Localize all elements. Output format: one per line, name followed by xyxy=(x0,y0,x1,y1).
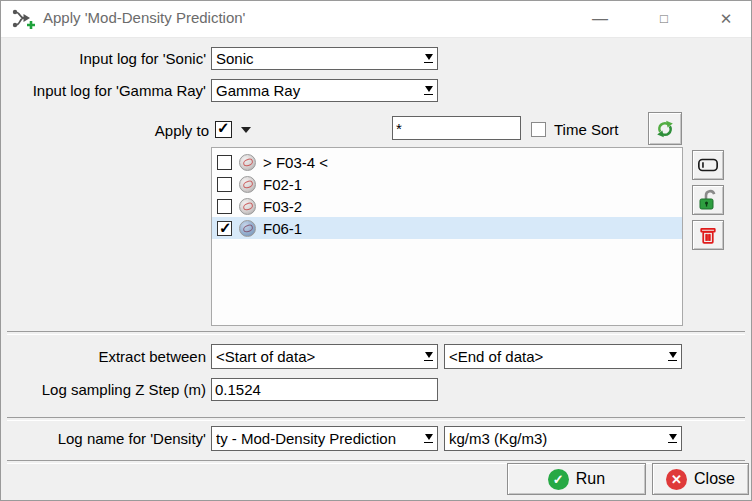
density-unit-value: kg/m3 (Kg/m3) xyxy=(449,430,664,447)
extract-between-label: Extract between xyxy=(1,348,206,365)
well-icon xyxy=(239,220,256,237)
apply-process-icon xyxy=(11,8,37,30)
well-icon xyxy=(239,198,256,215)
run-button[interactable]: ✓ Run xyxy=(507,463,646,495)
sonic-log-value: Sonic xyxy=(216,50,420,67)
open-padlock-icon xyxy=(697,188,719,212)
well-checkbox[interactable] xyxy=(217,221,232,236)
chevron-down-icon[interactable] xyxy=(664,345,681,368)
close-x-icon: ✕ xyxy=(666,469,687,490)
chevron-down-icon[interactable] xyxy=(420,80,437,101)
rename-field-icon xyxy=(697,156,719,174)
minimize-button[interactable]: — xyxy=(577,1,623,36)
lock-button[interactable] xyxy=(692,185,724,215)
refresh-icon xyxy=(653,117,677,141)
gamma-log-combobox[interactable]: Gamma Ray xyxy=(211,79,438,102)
run-check-icon: ✓ xyxy=(548,469,569,490)
chevron-down-icon[interactable] xyxy=(664,427,681,450)
chevron-down-icon[interactable] xyxy=(420,427,437,450)
apply-to-label: Apply to xyxy=(1,122,209,139)
well-icon xyxy=(239,154,256,171)
close-button-label: Close xyxy=(694,470,735,488)
refresh-wells-button[interactable] xyxy=(648,112,682,145)
title-bar: Apply 'Mod-Density Prediction' — □ ✕ xyxy=(1,1,751,38)
extract-start-value: <Start of data> xyxy=(216,348,420,365)
list-item[interactable]: > F03-4 < xyxy=(212,151,682,173)
well-checkbox[interactable] xyxy=(217,155,232,170)
close-button[interactable]: ✕ Close xyxy=(652,463,749,495)
density-unit-combobox[interactable]: kg/m3 (Kg/m3) xyxy=(444,426,682,451)
sonic-input-label: Input log for 'Sonic' xyxy=(1,50,206,67)
zstep-label: Log sampling Z Step (m) xyxy=(1,381,206,398)
list-item[interactable]: F02-1 xyxy=(212,173,682,195)
well-icon xyxy=(239,176,256,193)
density-log-name-value: ty - Mod-Density Prediction xyxy=(216,430,420,447)
gamma-log-value: Gamma Ray xyxy=(216,82,420,99)
extract-end-value: <End of data> xyxy=(449,348,664,365)
apply-to-options-arrow-icon[interactable] xyxy=(241,127,251,133)
minimize-icon: — xyxy=(592,10,608,28)
maximize-icon: □ xyxy=(660,11,668,26)
well-name: > F03-4 < xyxy=(263,154,328,171)
list-item[interactable]: F06-1 xyxy=(212,217,682,239)
close-icon: ✕ xyxy=(720,10,733,28)
well-listbox[interactable]: > F03-4 < F02-1 F03-2 F06-1 xyxy=(211,147,683,326)
chevron-down-icon[interactable] xyxy=(420,345,437,368)
well-checkbox[interactable] xyxy=(217,199,232,214)
well-name: F06-1 xyxy=(263,220,302,237)
apply-mod-density-dialog: Apply 'Mod-Density Prediction' — □ ✕ Inp… xyxy=(0,0,752,501)
window-title: Apply 'Mod-Density Prediction' xyxy=(43,9,245,26)
run-button-label: Run xyxy=(576,470,605,488)
density-log-name-combobox[interactable]: ty - Mod-Density Prediction xyxy=(211,426,438,451)
extract-start-combobox[interactable]: <Start of data> xyxy=(211,344,438,369)
apply-to-checkbox[interactable] xyxy=(215,121,232,138)
rename-log-button[interactable] xyxy=(692,150,724,180)
well-filter-input[interactable] xyxy=(392,116,521,140)
time-sort-checkbox[interactable] xyxy=(531,122,546,137)
separator xyxy=(7,331,745,335)
chevron-down-icon[interactable] xyxy=(420,48,437,69)
close-window-button[interactable]: ✕ xyxy=(703,1,749,36)
well-name: F03-2 xyxy=(263,198,302,215)
sonic-log-combobox[interactable]: Sonic xyxy=(211,47,438,70)
delete-button[interactable] xyxy=(692,220,724,250)
maximize-button[interactable]: □ xyxy=(641,1,687,36)
well-checkbox[interactable] xyxy=(217,177,232,192)
separator xyxy=(7,417,745,421)
gamma-input-label: Input log for 'Gamma Ray' xyxy=(1,82,206,99)
zstep-input[interactable] xyxy=(211,378,438,401)
well-name: F02-1 xyxy=(263,176,302,193)
extract-end-combobox[interactable]: <End of data> xyxy=(444,344,682,369)
time-sort-label: Time Sort xyxy=(554,121,618,138)
trash-icon xyxy=(697,223,719,247)
list-item[interactable]: F03-2 xyxy=(212,195,682,217)
density-log-name-label: Log name for 'Density' xyxy=(1,430,206,447)
